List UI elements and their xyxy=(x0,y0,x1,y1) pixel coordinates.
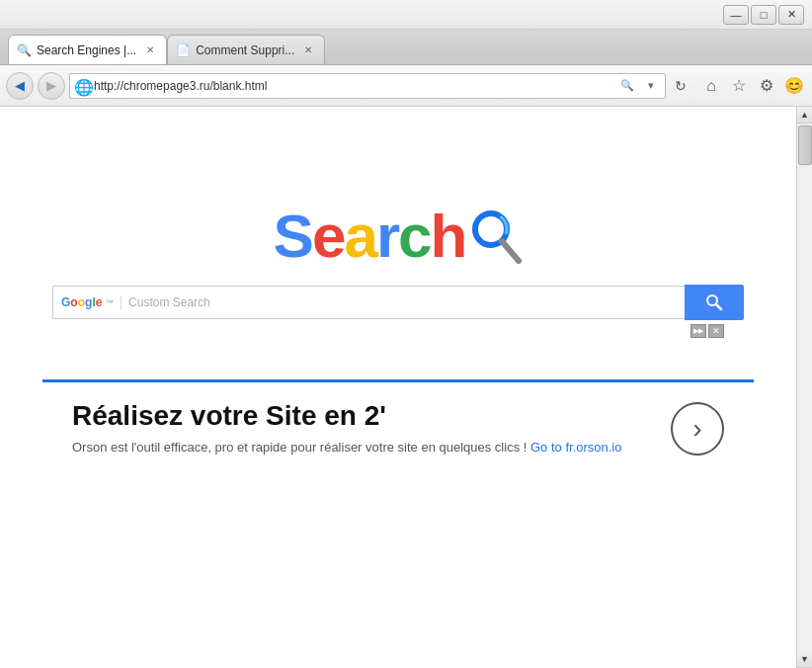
logo-letter-r: r xyxy=(376,206,398,267)
emoji-icon[interactable]: 😊 xyxy=(782,74,806,98)
tab-favicon-search: 🔍 xyxy=(17,43,31,57)
ad-arrow-button[interactable]: › xyxy=(671,402,724,456)
browser-window: — □ ✕ 🔍 Search Engines |... ✕ 📄 Comment … xyxy=(0,0,812,668)
logo-letter-a: a xyxy=(344,206,375,267)
search-logo: S e a r c h xyxy=(274,206,524,267)
refresh-button[interactable]: ↻ xyxy=(670,75,691,97)
ad-badges: ▶▶ ✕ xyxy=(690,324,724,338)
search-button[interactable] xyxy=(685,285,744,320)
ad-badge-close[interactable]: ✕ xyxy=(708,324,724,338)
search-box-container: Google ™ | Custom Search xyxy=(52,286,685,319)
tab-search-engines[interactable]: 🔍 Search Engines |... ✕ xyxy=(8,35,167,64)
address-search-icon[interactable]: 🔍 xyxy=(617,76,637,96)
ad-arrow-icon: › xyxy=(692,415,701,443)
ad-text: Réalisez votre Site en 2' Orson est l'ou… xyxy=(72,400,651,458)
tab-close-comment[interactable]: ✕ xyxy=(300,42,316,58)
favorites-icon[interactable]: ☆ xyxy=(727,74,751,98)
tab-comment-suppri[interactable]: 📄 Comment Suppri... ✕ xyxy=(167,35,325,64)
ad-badge-forward[interactable]: ▶▶ xyxy=(690,324,706,338)
ad-desc-text: Orson est l'outil efficace, pro et rapid… xyxy=(72,440,527,455)
address-bar[interactable]: 🌐 🔍 ▾ xyxy=(69,73,666,99)
scrollbar-thumb[interactable] xyxy=(798,125,812,165)
logo-letter-h: h xyxy=(431,206,466,267)
scrollbar: ▲ ▼ xyxy=(796,107,812,668)
logo-letter-S: S xyxy=(274,206,312,267)
ad-area-wrapper: ▶▶ ✕ Réalisez votre Site en 2' Orson est… xyxy=(42,320,754,475)
forward-button[interactable]: ▶ xyxy=(38,72,65,100)
home-icon[interactable]: ⌂ xyxy=(699,74,723,98)
tab-label-search-engines: Search Engines |... xyxy=(37,43,136,57)
logo-magnifier-icon xyxy=(469,208,523,265)
search-hero: S e a r c h xyxy=(52,206,744,320)
custom-search-label: Custom Search xyxy=(128,295,210,309)
tabs-bar: 🔍 Search Engines |... ✕ 📄 Comment Suppri… xyxy=(0,30,812,65)
svg-line-2 xyxy=(502,241,519,261)
search-input[interactable] xyxy=(216,295,677,310)
logo-letter-c: c xyxy=(398,206,430,267)
gcse-label: Google ™ xyxy=(61,295,113,309)
svg-line-4 xyxy=(716,304,721,309)
search-bar-row: Google ™ | Custom Search xyxy=(52,285,744,320)
google-logo-text: Google xyxy=(61,295,102,309)
titlebar: — □ ✕ xyxy=(0,0,812,30)
address-dropdown-icon[interactable]: ▾ xyxy=(641,76,661,96)
tab-favicon-comment: 📄 xyxy=(176,43,190,57)
page-content: S e a r c h xyxy=(0,107,812,668)
logo-letter-e: e xyxy=(312,206,344,267)
search-button-icon xyxy=(705,293,723,311)
scrollbar-up[interactable]: ▲ xyxy=(797,107,813,124)
separator: | xyxy=(119,294,122,310)
window-controls: — □ ✕ xyxy=(723,5,804,25)
address-input[interactable] xyxy=(94,79,613,93)
tab-label-comment: Comment Suppri... xyxy=(196,43,294,57)
content-area: S e a r c h xyxy=(0,107,812,668)
tm-label: ™ xyxy=(105,298,113,307)
minimize-button[interactable]: — xyxy=(723,5,749,25)
address-favicon: 🌐 xyxy=(74,78,90,94)
ad-link[interactable]: Go to fr.orson.io xyxy=(530,440,622,455)
maximize-button[interactable]: □ xyxy=(751,5,776,25)
ad-description: Orson est l'outil efficace, pro et rapid… xyxy=(72,438,651,458)
ad-banner: Réalisez votre Site en 2' Orson est l'ou… xyxy=(42,379,754,475)
navbar: ◀ ▶ 🌐 🔍 ▾ ↻ ⌂ ☆ ⚙ 😊 xyxy=(0,65,812,107)
close-button[interactable]: ✕ xyxy=(778,5,804,25)
tab-close-search-engines[interactable]: ✕ xyxy=(142,42,158,58)
ad-title: Réalisez votre Site en 2' xyxy=(72,400,651,432)
scrollbar-down[interactable]: ▼ xyxy=(797,651,813,668)
settings-icon[interactable]: ⚙ xyxy=(755,74,778,98)
nav-right-icons: ⌂ ☆ ⚙ 😊 xyxy=(699,74,806,98)
back-button[interactable]: ◀ xyxy=(6,72,34,100)
